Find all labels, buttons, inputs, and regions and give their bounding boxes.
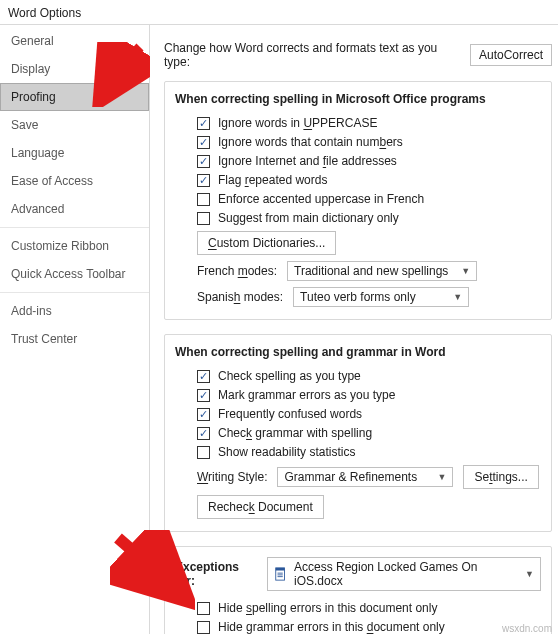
- opt-hide-spelling-errors[interactable]: Hide spelling errors in this document on…: [175, 601, 541, 615]
- opt-ignore-uppercase[interactable]: Ignore words in UPPERCASE: [175, 116, 541, 130]
- spanish-modes-select[interactable]: Tuteo verb forms only ▼: [293, 287, 469, 307]
- content-area: General Display Proofing Save Language E…: [0, 24, 558, 634]
- opt-enforce-accented[interactable]: Enforce accented uppercase in French: [175, 192, 541, 206]
- checkbox-icon[interactable]: [197, 155, 210, 168]
- checkbox-icon[interactable]: [197, 193, 210, 206]
- chevron-down-icon: ▼: [461, 266, 470, 276]
- checkbox-icon[interactable]: [197, 446, 210, 459]
- opt-readability-stats[interactable]: Show readability statistics: [175, 445, 541, 459]
- settings-button[interactable]: Settings...: [463, 465, 538, 489]
- nav-item-customize-ribbon[interactable]: Customize Ribbon: [0, 232, 149, 260]
- select-value: Grammar & Refinements: [284, 470, 417, 484]
- checkbox-icon[interactable]: [197, 389, 210, 402]
- opt-label: Hide grammar errors in this document onl…: [218, 620, 445, 634]
- select-value: Traditional and new spellings: [294, 264, 448, 278]
- nav-item-quick-access-toolbar[interactable]: Quick Access Toolbar: [0, 260, 149, 288]
- exceptions-label: Exceptions for:: [175, 560, 259, 588]
- opt-label: Check grammar with spelling: [218, 426, 372, 440]
- french-modes-label: French modes:: [197, 264, 277, 278]
- opt-ignore-numbers[interactable]: Ignore words that contain numbers: [175, 135, 541, 149]
- opt-label: Ignore Internet and file addresses: [218, 154, 397, 168]
- group-office-spelling: When correcting spelling in Microsoft Of…: [164, 81, 552, 320]
- opt-suggest-main-dict[interactable]: Suggest from main dictionary only: [175, 211, 541, 225]
- checkbox-icon[interactable]: [197, 370, 210, 383]
- nav-separator: [0, 227, 149, 228]
- opt-label: Frequently confused words: [218, 407, 362, 421]
- nav-item-add-ins[interactable]: Add-ins: [0, 297, 149, 325]
- opt-mark-grammar-type[interactable]: Mark grammar errors as you type: [175, 388, 541, 402]
- group-word-spelling: When correcting spelling and grammar in …: [164, 334, 552, 532]
- group-exceptions: Exceptions for: Access Region Locked Gam…: [164, 546, 552, 634]
- nav-item-proofing[interactable]: Proofing: [0, 83, 149, 111]
- intro-text: Change how Word corrects and formats tex…: [164, 41, 460, 69]
- nav-item-language[interactable]: Language: [0, 139, 149, 167]
- opt-label: Enforce accented uppercase in French: [218, 192, 424, 206]
- group-office-title: When correcting spelling in Microsoft Of…: [175, 92, 541, 106]
- spanish-modes-row: Spanish modes: Tuteo verb forms only ▼: [197, 287, 541, 307]
- opt-label: Flag repeated words: [218, 173, 327, 187]
- window-title: Word Options: [0, 0, 558, 24]
- spanish-modes-label: Spanish modes:: [197, 290, 283, 304]
- recheck-document-button[interactable]: Recheck Document: [197, 495, 324, 519]
- checkbox-icon[interactable]: [197, 621, 210, 634]
- opt-hide-grammar-errors[interactable]: Hide grammar errors in this document onl…: [175, 620, 541, 634]
- chevron-down-icon: ▼: [453, 292, 462, 302]
- group-word-title: When correcting spelling and grammar in …: [175, 345, 541, 359]
- checkbox-icon[interactable]: [197, 602, 210, 615]
- opt-label: Ignore words in UPPERCASE: [218, 116, 377, 130]
- opt-label: Show readability statistics: [218, 445, 355, 459]
- writing-style-row: Writing Style: Grammar & Refinements ▼ S…: [197, 465, 541, 489]
- french-modes-select[interactable]: Traditional and new spellings ▼: [287, 261, 477, 281]
- opt-label: Suggest from main dictionary only: [218, 211, 399, 225]
- french-modes-row: French modes: Traditional and new spelli…: [197, 261, 541, 281]
- opt-label: Mark grammar errors as you type: [218, 388, 395, 402]
- chevron-down-icon: ▼: [525, 569, 534, 579]
- opt-label: Hide spelling errors in this document on…: [218, 601, 437, 615]
- recheck-row: Recheck Document: [197, 495, 541, 519]
- opt-check-spelling-type[interactable]: Check spelling as you type: [175, 369, 541, 383]
- nav-item-ease-of-access[interactable]: Ease of Access: [0, 167, 149, 195]
- nav-separator: [0, 292, 149, 293]
- select-value: Tuteo verb forms only: [300, 290, 416, 304]
- chevron-down-icon: ▼: [438, 472, 447, 482]
- svg-rect-1: [276, 568, 285, 571]
- intro-row: Change how Word corrects and formats tex…: [164, 41, 552, 69]
- checkbox-icon[interactable]: [197, 408, 210, 421]
- opt-frequently-confused[interactable]: Frequently confused words: [175, 407, 541, 421]
- nav-sidebar: General Display Proofing Save Language E…: [0, 25, 150, 634]
- opt-label: Ignore words that contain numbers: [218, 135, 403, 149]
- custom-dictionaries-row: Custom Dictionaries...: [197, 231, 541, 255]
- document-icon: [274, 567, 288, 581]
- checkbox-icon[interactable]: [197, 174, 210, 187]
- select-value: Access Region Locked Games On iOS.docx: [294, 560, 519, 588]
- writing-style-select[interactable]: Grammar & Refinements ▼: [277, 467, 453, 487]
- opt-flag-repeated[interactable]: Flag repeated words: [175, 173, 541, 187]
- checkbox-icon[interactable]: [197, 427, 210, 440]
- main-panel: Change how Word corrects and formats tex…: [150, 25, 558, 634]
- nav-item-general[interactable]: General: [0, 27, 149, 55]
- opt-check-grammar-with-spelling[interactable]: Check grammar with spelling: [175, 426, 541, 440]
- nav-item-trust-center[interactable]: Trust Center: [0, 325, 149, 353]
- exceptions-document-select[interactable]: Access Region Locked Games On iOS.docx ▼: [267, 557, 541, 591]
- checkbox-icon[interactable]: [197, 136, 210, 149]
- watermark-text: wsxdn.com: [502, 623, 552, 634]
- writing-style-label: Writing Style:: [197, 470, 267, 484]
- nav-item-save[interactable]: Save: [0, 111, 149, 139]
- custom-dictionaries-button[interactable]: Custom Dictionaries...: [197, 231, 336, 255]
- opt-label: Check spelling as you type: [218, 369, 361, 383]
- checkbox-icon[interactable]: [197, 212, 210, 225]
- autocorrect-options-button[interactable]: AutoCorrect: [470, 44, 552, 66]
- exceptions-header: Exceptions for: Access Region Locked Gam…: [175, 557, 541, 591]
- checkbox-icon[interactable]: [197, 117, 210, 130]
- nav-item-display[interactable]: Display: [0, 55, 149, 83]
- nav-item-advanced[interactable]: Advanced: [0, 195, 149, 223]
- opt-ignore-internet[interactable]: Ignore Internet and file addresses: [175, 154, 541, 168]
